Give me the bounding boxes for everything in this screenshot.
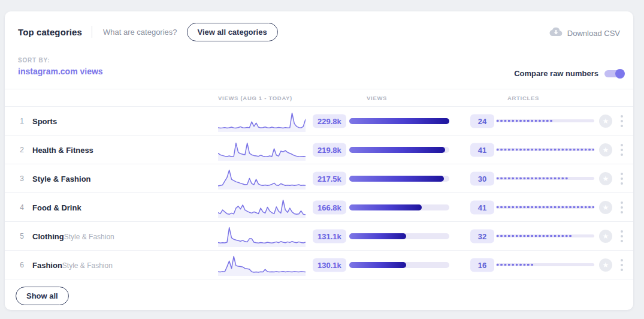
articles-dots-track [496, 148, 594, 151]
articles-dots-fill [496, 234, 573, 237]
compare-raw-numbers-toggle[interactable] [604, 70, 624, 77]
rank-label: 5 [5, 222, 24, 250]
articles-dots-track [496, 263, 594, 266]
what-are-categories-link[interactable]: What are categories? [103, 28, 177, 37]
views-badge: 217.5k [313, 171, 346, 185]
views-sparkline [218, 139, 306, 161]
favorite-star-icon[interactable]: ★ [599, 172, 612, 185]
row-menu-kebab-icon[interactable] [619, 259, 624, 272]
views-bar-fill [349, 118, 449, 124]
card-header: Top categories What are categories? View… [18, 22, 278, 41]
views-badge: 130.1k [313, 258, 346, 272]
articles-dots-track [496, 177, 594, 180]
favorite-star-icon[interactable]: ★ [599, 258, 612, 272]
sort-by-label: SORT BY: [18, 57, 103, 64]
rank-label: 3 [5, 164, 24, 192]
category-parent: Style & Fashion [62, 261, 113, 270]
download-csv-button[interactable]: Download CSV [549, 27, 620, 39]
views-sparkline [218, 197, 306, 218]
views-sparkline [218, 110, 306, 132]
articles-dots-fill [496, 263, 534, 266]
articles-dots-track [496, 234, 594, 237]
articles-badge: 30 [470, 171, 494, 185]
views-sparkline [218, 254, 306, 276]
row-menu-kebab-icon[interactable] [619, 173, 624, 185]
favorite-star-icon[interactable]: ★ [599, 143, 612, 157]
column-header-articles: Articles [507, 95, 539, 101]
toggle-knob [615, 69, 625, 79]
views-bar [349, 147, 449, 153]
category-name: Style & Fashion [32, 174, 91, 183]
views-badge: 166.8k [313, 200, 346, 214]
views-sparkline [218, 225, 306, 247]
category-name: Health & Fitness [32, 146, 93, 155]
views-bar [349, 233, 449, 239]
footer-divider [5, 279, 633, 279]
views-bar [349, 176, 449, 182]
top-categories-card: Top categories What are categories? View… [5, 11, 633, 310]
table-row[interactable]: 1 Sports 229.8k 24 ★ [5, 106, 633, 135]
articles-dots-fill [496, 119, 554, 122]
compare-raw-numbers-label: Compare raw numbers [514, 69, 598, 78]
views-badge: 219.8k [313, 143, 346, 157]
category-name: Sports [32, 117, 57, 126]
download-csv-label: Download CSV [567, 29, 620, 38]
category-name: Fashion [32, 261, 62, 270]
table-row[interactable]: 2 Health & Fitness 219.8k 41 ★ [5, 135, 633, 164]
views-bar-fill [349, 204, 422, 210]
row-menu-kebab-icon[interactable] [619, 230, 624, 243]
articles-badge: 32 [470, 229, 494, 243]
articles-dots-fill [496, 206, 594, 209]
views-sparkline [218, 168, 306, 189]
views-badge: 229.8k [313, 114, 346, 128]
row-menu-kebab-icon[interactable] [619, 115, 624, 128]
category-name: Food & Drink [32, 203, 81, 212]
table-header: Views (Aug 1 - today) Views Articles [5, 89, 633, 106]
cloud-download-icon [549, 27, 563, 39]
articles-badge: 16 [470, 258, 494, 272]
articles-badge: 41 [470, 200, 494, 214]
show-all-button[interactable]: Show all [16, 287, 69, 305]
category-name: Clothing [32, 232, 64, 241]
sort-by-value[interactable]: instagram.com views [18, 67, 103, 76]
rank-label: 1 [5, 107, 24, 135]
articles-badge: 24 [470, 114, 494, 128]
views-bar-fill [349, 147, 445, 153]
views-badge: 131.1k [313, 229, 346, 243]
rank-label: 2 [5, 136, 24, 164]
view-all-categories-button[interactable]: View all categories [187, 23, 278, 41]
favorite-star-icon[interactable]: ★ [599, 230, 612, 243]
articles-dots-track [496, 119, 594, 122]
table-row[interactable]: 4 Food & Drink 166.8k 41 ★ [5, 192, 633, 221]
favorite-star-icon[interactable]: ★ [599, 201, 612, 214]
column-header-views: Views [367, 95, 387, 101]
sort-by-block: SORT BY: instagram.com views [18, 57, 103, 76]
compare-raw-numbers: Compare raw numbers [514, 69, 624, 78]
table-row[interactable]: 3 Style & Fashion 217.5k 30 ★ [5, 164, 633, 192]
row-menu-kebab-icon[interactable] [619, 201, 624, 214]
articles-dots-fill [496, 177, 568, 180]
articles-dots-track [496, 206, 594, 209]
category-parent: Style & Fashion [64, 233, 114, 241]
table-row[interactable]: 6 FashionStyle & Fashion 130.1k 16 ★ [5, 250, 633, 279]
title-divider [92, 26, 92, 38]
views-bar [349, 118, 449, 124]
views-bar [349, 262, 449, 268]
table-row[interactable]: 5 ClothingStyle & Fashion 131.1k 32 ★ [5, 221, 633, 250]
views-bar-fill [349, 233, 406, 239]
rank-label: 4 [5, 193, 24, 221]
articles-badge: 41 [470, 143, 494, 157]
articles-dots-fill [496, 148, 594, 151]
category-rows: 1 Sports 229.8k 24 ★ 2 Health & Fitness … [5, 106, 633, 279]
views-bar [349, 204, 449, 210]
page-title: Top categories [18, 27, 82, 37]
views-bar-fill [349, 262, 406, 268]
row-menu-kebab-icon[interactable] [619, 144, 624, 157]
column-header-views-range: Views (Aug 1 - today) [218, 95, 292, 101]
rank-label: 6 [5, 251, 24, 279]
favorite-star-icon[interactable]: ★ [599, 115, 612, 128]
views-bar-fill [349, 176, 444, 182]
